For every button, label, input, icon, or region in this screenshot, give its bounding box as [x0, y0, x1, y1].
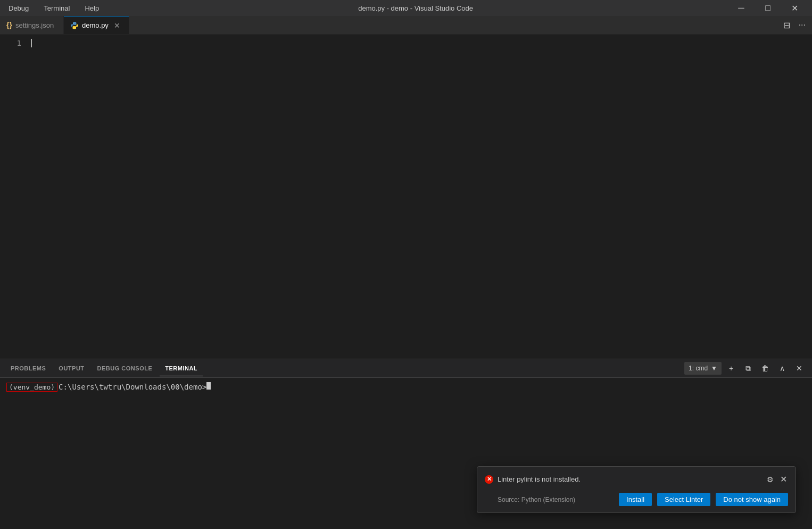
terminal-name: 1: cmd — [689, 365, 708, 372]
menu-debug[interactable]: Debug — [5, 3, 32, 13]
tab-debug-console[interactable]: DEBUG CONSOLE — [92, 361, 158, 376]
titlebar: Debug Terminal Help demo.py - demo - Vis… — [0, 0, 812, 16]
panel-tab-bar: PROBLEMS OUTPUT DEBUG CONSOLE TERMINAL 1… — [0, 359, 812, 378]
notification-source: Source: Python (Extension) — [498, 496, 614, 503]
split-editor-icon[interactable]: ⊟ — [781, 18, 792, 32]
editor-area: 1 — [0, 35, 812, 359]
terminal-cursor — [206, 382, 211, 390]
close-button[interactable]: ✕ — [782, 0, 807, 16]
menu-help[interactable]: Help — [81, 3, 102, 13]
new-terminal-button[interactable]: + — [724, 361, 739, 376]
notification-close-icon[interactable]: ✕ — [779, 473, 788, 485]
select-linter-button[interactable]: Select Linter — [657, 493, 710, 506]
json-file-icon: {} — [6, 21, 12, 29]
do-not-show-button[interactable]: Do not show again — [716, 493, 788, 506]
terminal-line-1: (venv_demo) C:\Users\twtru\Downloads\00\… — [6, 382, 806, 392]
terminal-path: C:\Users\twtru\Downloads\00\demo> — [59, 383, 206, 391]
error-icon: ✕ — [485, 475, 493, 484]
notification-message: Linter pylint is not installed. — [498, 475, 761, 483]
window-title: demo.py - demo - Visual Studio Code — [102, 4, 729, 12]
menu-terminal[interactable]: Terminal — [40, 3, 73, 13]
notification-footer: Source: Python (Extension) Install Selec… — [477, 490, 796, 513]
line-numbers: 1 — [0, 35, 27, 359]
line-number-1: 1 — [0, 39, 21, 47]
minimize-button[interactable]: ─ — [729, 0, 753, 16]
window-controls: ─ □ ✕ — [729, 0, 807, 16]
tab-output[interactable]: OUTPUT — [53, 361, 89, 376]
tab-label-settings-json: settings.json — [15, 21, 54, 29]
kill-terminal-button[interactable]: 🗑 — [758, 361, 773, 376]
tab-settings-json[interactable]: {} settings.json — [0, 16, 64, 34]
svg-point-0 — [73, 23, 74, 23]
chevron-down-icon: ▼ — [711, 365, 717, 372]
text-cursor — [31, 39, 32, 47]
notification-header: ✕ Linter pylint is not installed. ⚙ ✕ — [477, 467, 796, 490]
panel-actions: 1: cmd ▼ + ⧉ 🗑 ∧ ✕ — [684, 361, 807, 376]
tab-demo-py[interactable]: demo.py ✕ — [64, 16, 129, 34]
python-file-icon — [70, 21, 79, 30]
notification-settings-icon[interactable]: ⚙ — [766, 474, 775, 485]
maximize-button[interactable]: □ — [756, 0, 780, 16]
tab-label-demo-py: demo.py — [82, 21, 109, 29]
tabbar-actions: ⊟ ··· — [777, 16, 812, 34]
maximize-panel-button[interactable]: ∧ — [775, 361, 790, 376]
split-terminal-button[interactable]: ⧉ — [741, 361, 756, 376]
svg-point-1 — [75, 28, 76, 28]
code-editor[interactable] — [27, 35, 812, 359]
install-button[interactable]: Install — [619, 493, 652, 506]
venv-badge: (venv_demo) — [6, 383, 57, 392]
tab-close-demo-py[interactable]: ✕ — [112, 20, 122, 31]
close-panel-button[interactable]: ✕ — [792, 361, 807, 376]
notification-popup: ✕ Linter pylint is not installed. ⚙ ✕ So… — [477, 466, 796, 513]
tab-bar: {} settings.json demo.py ✕ ⊟ ··· — [0, 16, 812, 35]
titlebar-menu: Debug Terminal Help — [5, 3, 102, 13]
tab-terminal[interactable]: TERMINAL — [160, 361, 203, 376]
terminal-selector[interactable]: 1: cmd ▼ — [684, 362, 722, 375]
tab-problems[interactable]: PROBLEMS — [5, 361, 51, 376]
more-actions-icon[interactable]: ··· — [797, 18, 808, 32]
editor-content[interactable]: 1 — [0, 35, 812, 359]
